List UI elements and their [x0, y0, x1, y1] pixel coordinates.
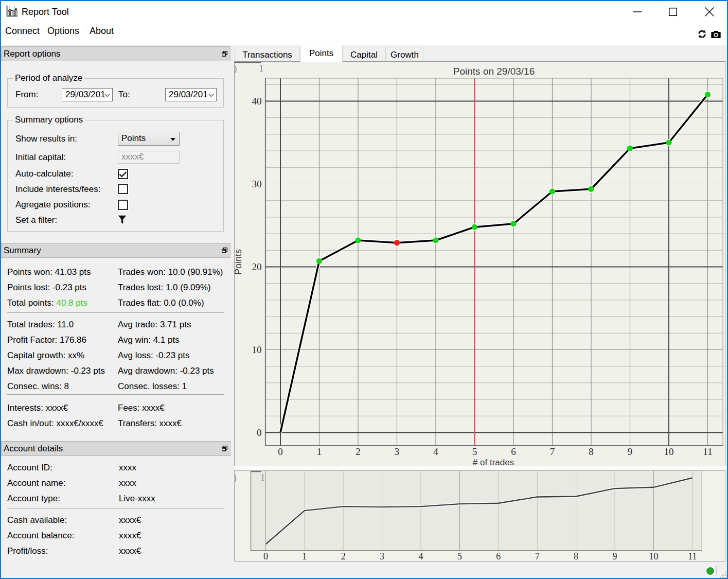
svg-text:9: 9 [628, 446, 633, 457]
svg-text:): ) [235, 472, 237, 483]
svg-text:1: 1 [317, 446, 322, 457]
svg-text:): ) [235, 63, 237, 74]
svg-text:0: 0 [278, 446, 283, 457]
svg-text:1: 1 [260, 472, 265, 483]
svg-text:20: 20 [252, 261, 262, 272]
svg-text:11: 11 [688, 551, 697, 562]
svg-text:4: 4 [419, 551, 423, 562]
svg-text:3: 3 [380, 551, 384, 562]
svg-text:5: 5 [472, 446, 477, 457]
svg-text:10: 10 [664, 446, 674, 457]
svg-text:Points: Points [235, 249, 243, 275]
svg-text:11: 11 [703, 446, 712, 457]
svg-text:# of trades: # of trades [473, 458, 514, 466]
svg-text:1: 1 [259, 63, 264, 74]
svg-text:8: 8 [589, 446, 594, 457]
svg-text:9: 9 [613, 551, 617, 562]
svg-text:2: 2 [356, 446, 361, 457]
svg-text:4: 4 [433, 446, 438, 457]
svg-text:7: 7 [550, 446, 555, 457]
svg-text:7: 7 [535, 551, 540, 562]
svg-text:10: 10 [252, 344, 262, 355]
svg-text:6: 6 [496, 551, 501, 562]
svg-text:40: 40 [252, 96, 262, 107]
svg-text:5: 5 [457, 551, 462, 562]
svg-text:0: 0 [257, 427, 262, 438]
svg-text:Points on 29/03/16: Points on 29/03/16 [453, 66, 535, 77]
svg-text:30: 30 [252, 179, 262, 189]
svg-text:0: 0 [263, 551, 268, 562]
svg-text:8: 8 [574, 551, 578, 562]
svg-text:1: 1 [302, 551, 307, 562]
svg-text:6: 6 [511, 446, 516, 457]
svg-text:10: 10 [649, 551, 658, 562]
svg-text:2: 2 [341, 551, 346, 562]
svg-text:3: 3 [395, 446, 400, 457]
